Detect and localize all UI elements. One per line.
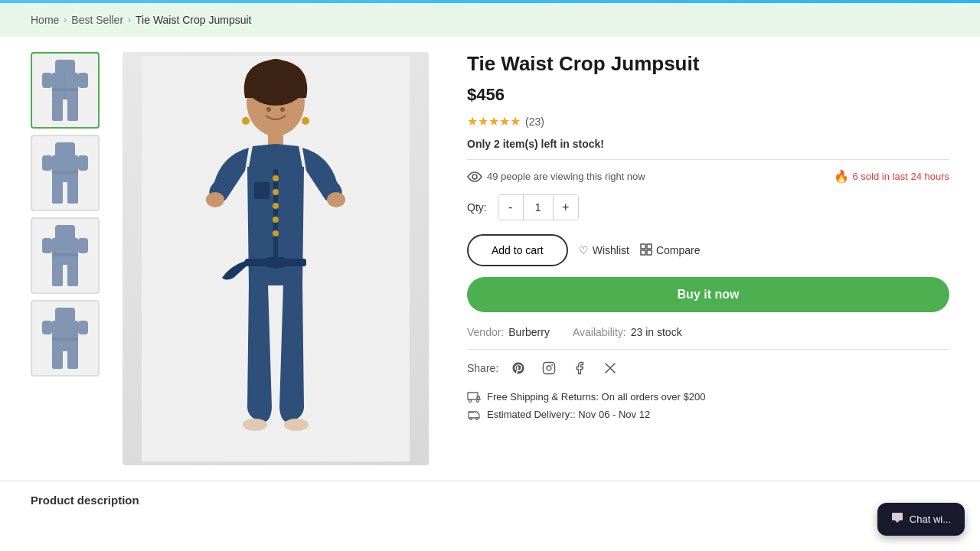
svg-rect-46 — [254, 182, 270, 199]
svg-rect-3 — [67, 98, 78, 121]
svg-point-34 — [206, 192, 224, 207]
sold-badge: 🔥 6 sold in last 24 hours — [834, 169, 949, 184]
review-count: (23) — [525, 116, 544, 128]
sold-text: 6 sold in last 24 hours — [853, 171, 949, 182]
thumbnail-4[interactable] — [31, 300, 100, 377]
svg-point-49 — [242, 117, 250, 125]
svg-point-37 — [273, 175, 279, 181]
free-shipping-row: Free Shipping & Returns: On all orders o… — [467, 391, 949, 403]
wishlist-label: Wishlist — [593, 244, 629, 256]
svg-point-59 — [469, 399, 472, 402]
svg-point-39 — [273, 203, 279, 209]
svg-rect-17 — [52, 263, 63, 286]
shipping-text: Free Shipping & Returns: On all orders o… — [487, 391, 705, 403]
buy-now-button[interactable]: Buy it now — [467, 277, 949, 312]
chat-label: Chat wi... — [910, 514, 951, 519]
divider-1 — [467, 159, 949, 160]
availability-info: Availability: 23 in stock — [573, 326, 682, 338]
svg-point-47 — [266, 107, 271, 112]
quantity-row: Qty: - 1 + — [467, 194, 949, 220]
product-title: Tie Waist Crop Jumpsuit — [467, 52, 949, 76]
svg-rect-43 — [266, 257, 285, 268]
svg-rect-53 — [647, 244, 652, 249]
main-product-image — [122, 52, 429, 465]
stock-notice: Only 2 item(s) left in stock! — [467, 138, 949, 150]
svg-point-60 — [477, 399, 479, 402]
svg-point-44 — [243, 419, 267, 431]
compare-button[interactable]: Compare — [640, 243, 701, 258]
product-rating: ★★★★★ (23) — [467, 114, 949, 129]
thumbnail-2[interactable] — [31, 135, 100, 211]
availability-value: 23 in stock — [631, 326, 682, 338]
star-icons: ★★★★★ — [467, 114, 521, 129]
svg-rect-28 — [78, 321, 88, 334]
svg-point-51 — [472, 174, 477, 179]
eye-icon — [467, 171, 482, 182]
svg-point-50 — [302, 117, 309, 125]
chat-button[interactable]: Chat wi... — [877, 503, 965, 519]
svg-point-61 — [470, 417, 472, 419]
svg-rect-52 — [641, 244, 645, 249]
qty-increase-button[interactable]: + — [554, 195, 578, 220]
svg-rect-25 — [67, 350, 78, 369]
vendor-info: Vendor: Burberry — [467, 326, 550, 338]
qty-decrease-button[interactable]: - — [498, 195, 523, 220]
qty-value: 1 — [523, 195, 554, 220]
svg-rect-19 — [52, 253, 78, 256]
facebook-button[interactable] — [569, 357, 590, 379]
action-buttons-row: Add to cart ♡ Wishlist Compare — [467, 234, 949, 266]
compare-label: Compare — [656, 244, 701, 256]
thumbnail-list — [31, 52, 100, 465]
compare-icon — [640, 243, 652, 258]
instagram-button[interactable] — [538, 357, 560, 379]
svg-point-58 — [551, 364, 553, 366]
viewers-info: 49 people are viewing this right now — [467, 171, 645, 182]
svg-rect-12 — [52, 171, 78, 174]
share-row: Share: — [467, 357, 949, 379]
meta-info-row: Vendor: Burberry Availability: 23 in sto… — [467, 326, 949, 338]
svg-rect-14 — [78, 155, 88, 171]
qty-controls: - 1 + — [498, 194, 579, 220]
divider-2 — [467, 349, 949, 350]
breadcrumb-home[interactable]: Home — [31, 14, 59, 26]
social-proof: 49 people are viewing this right now 🔥 6… — [467, 169, 949, 184]
pinterest-button[interactable] — [508, 357, 529, 379]
main-content: Tie Waist Crop Jumpsuit $456 ★★★★★ (23) … — [0, 37, 980, 481]
svg-rect-5 — [52, 88, 78, 91]
thumbnail-3[interactable] — [31, 217, 100, 294]
breadcrumb-current: Tie Waist Crop Jumpsuit — [136, 14, 251, 26]
svg-rect-56 — [544, 363, 555, 374]
add-to-cart-button[interactable]: Add to cart — [467, 234, 568, 266]
svg-rect-13 — [42, 155, 52, 171]
svg-point-57 — [547, 366, 551, 370]
svg-rect-23 — [52, 321, 78, 351]
breadcrumb-sep-1: › — [64, 15, 67, 25]
shipping-icon — [467, 392, 481, 403]
svg-rect-11 — [67, 181, 78, 204]
svg-rect-6 — [42, 73, 52, 88]
breadcrumb-bestseller[interactable]: Best Seller — [71, 14, 123, 26]
svg-point-35 — [327, 192, 345, 207]
svg-rect-54 — [641, 250, 645, 255]
svg-rect-9 — [52, 155, 78, 182]
wishlist-button[interactable]: ♡ Wishlist — [579, 244, 629, 256]
product-details: Tie Waist Crop Jumpsuit $456 ★★★★★ (23) … — [452, 52, 949, 465]
breadcrumb-sep-2: › — [128, 15, 131, 25]
product-price: $456 — [467, 85, 949, 105]
thumbnail-1[interactable] — [31, 52, 100, 129]
svg-rect-55 — [647, 250, 652, 255]
heart-icon: ♡ — [579, 244, 589, 256]
product-description-label: Product description — [31, 494, 139, 507]
availability-label: Availability: — [573, 326, 626, 338]
svg-point-38 — [273, 189, 279, 195]
svg-rect-10 — [52, 181, 63, 204]
delivery-text: Estimated Delivery:: Nov 06 - Nov 12 — [487, 409, 650, 420]
svg-point-62 — [476, 417, 479, 419]
chat-icon — [891, 512, 903, 519]
svg-point-32 — [262, 59, 289, 86]
twitter-button[interactable] — [599, 357, 621, 379]
product-description-section: Product description — [0, 481, 980, 519]
svg-rect-7 — [78, 73, 88, 88]
svg-rect-21 — [78, 238, 88, 253]
svg-point-41 — [273, 230, 279, 236]
